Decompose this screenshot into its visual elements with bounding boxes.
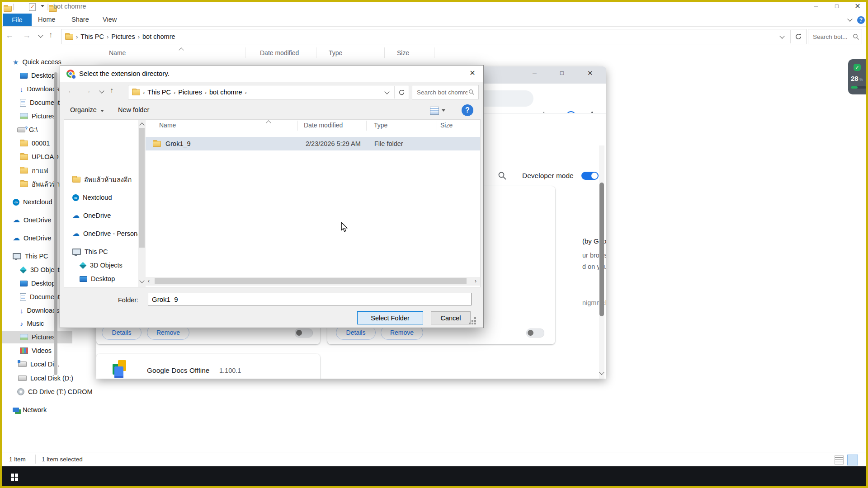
dialog-column-divider[interactable]: [297, 121, 298, 131]
explorer-search-input[interactable]: [812, 33, 853, 41]
column-divider[interactable]: [245, 47, 245, 58]
extension-toggle-off-knob[interactable]: [296, 330, 302, 336]
sidebar-item-music[interactable]: ♪Music: [20, 318, 44, 329]
column-date-modified[interactable]: Date modified: [260, 49, 299, 56]
address-dropdown-chevron-icon[interactable]: [779, 33, 784, 38]
dialog-column-size[interactable]: Size: [440, 122, 453, 129]
sidebar-item-cd-drive[interactable]: CD Drive (T:) CDROM: [17, 386, 93, 397]
dialog-crumb-this-pc[interactable]: This PC: [147, 89, 171, 96]
dialog-close-button[interactable]: ✕: [465, 69, 480, 80]
forward-icon[interactable]: →: [23, 31, 31, 40]
folder-name-input[interactable]: [148, 293, 472, 305]
chrome-close-button[interactable]: ✕: [587, 69, 593, 77]
column-divider[interactable]: [434, 47, 434, 58]
crumb-pictures[interactable]: Pictures: [111, 33, 135, 40]
tab-share[interactable]: Share: [71, 16, 89, 23]
dialog-search-box[interactable]: [412, 85, 479, 99]
sidebar-item-local-disk-d[interactable]: Local Disk (D:): [18, 373, 73, 384]
sidebar-scrollbar[interactable]: [54, 72, 57, 375]
sidebar-item-pictures[interactable]: Pictures: [20, 111, 55, 122]
dialog-column-date[interactable]: Date modified: [304, 122, 343, 129]
address-box[interactable]: › This PC › Pictures › bot chomre: [61, 29, 807, 44]
dialog-search-icon[interactable]: [468, 89, 475, 95]
developer-mode-toggle-knob[interactable]: [591, 173, 598, 179]
sidebar-item-onedrive-2[interactable]: ☁OneDrive: [13, 233, 51, 244]
qat-properties-icon[interactable]: [29, 3, 36, 11]
dialog-crumb-pictures[interactable]: Pictures: [178, 89, 202, 96]
view-mode-chevron-icon[interactable]: [442, 109, 445, 112]
up-icon[interactable]: ↑: [49, 31, 53, 40]
dialog-up-icon[interactable]: ↑: [110, 86, 113, 94]
list-hscrollbar-thumb[interactable]: [155, 278, 467, 284]
crumb-this-pc[interactable]: This PC: [80, 33, 104, 40]
dialog-column-divider[interactable]: [437, 121, 437, 131]
extensions-search-icon[interactable]: [498, 171, 507, 180]
sidebar-item-network[interactable]: Network: [13, 404, 47, 415]
ribbon-expand-chevron-icon[interactable]: [847, 16, 852, 21]
tree-item-nextcloud[interactable]: Nextcloud: [72, 192, 112, 203]
view-thumbnails-button-icon[interactable]: [847, 455, 858, 465]
hscroll-left-icon[interactable]: ‹: [148, 278, 150, 284]
help-icon[interactable]: ?: [857, 16, 865, 24]
sidebar-item-g-drive[interactable]: G:\: [17, 124, 38, 135]
tree-item-thai-folder[interactable]: อัพแล้วห้ามลงอีก: [72, 174, 132, 185]
sidebar-item-onedrive[interactable]: ☁OneDrive: [13, 215, 51, 225]
column-name[interactable]: Name: [109, 49, 126, 56]
sidebar-item-nextcloud[interactable]: Nextcloud: [13, 197, 52, 207]
close-button[interactable]: ✕: [847, 0, 868, 14]
sidebar-item-coffee[interactable]: กาแฟ: [20, 165, 48, 176]
cancel-button[interactable]: Cancel: [431, 311, 471, 324]
chrome-maximize-button[interactable]: □: [560, 70, 564, 76]
qat-customize-chevron-icon[interactable]: [41, 5, 44, 7]
dialog-column-divider[interactable]: [366, 121, 367, 131]
extension-toggle-off-knob[interactable]: [528, 330, 533, 336]
security-widget[interactable]: ✓ 28%: [848, 59, 868, 94]
sidebar-item-this-pc[interactable]: This PC: [13, 251, 48, 262]
sidebar-item-00001[interactable]: 00001: [20, 138, 50, 149]
tree-scrollbar-thumb[interactable]: [139, 128, 145, 248]
chrome-minimize-button[interactable]: –: [533, 69, 537, 77]
tab-file[interactable]: File: [3, 14, 32, 26]
minimize-button[interactable]: –: [806, 0, 826, 14]
dialog-column-type[interactable]: Type: [374, 122, 387, 129]
new-folder-button[interactable]: New folder: [118, 106, 149, 113]
sidebar-item-upload[interactable]: UPLOAD: [20, 151, 59, 162]
column-size[interactable]: Size: [397, 49, 409, 56]
select-folder-button[interactable]: Select Folder: [357, 311, 423, 324]
tab-view[interactable]: View: [103, 16, 117, 23]
dialog-forward-icon[interactable]: →: [84, 86, 91, 95]
column-type[interactable]: Type: [329, 49, 342, 56]
tab-home[interactable]: Home: [38, 16, 56, 23]
sidebar-item-quick-access[interactable]: ★Quick access: [13, 56, 61, 67]
start-button-icon[interactable]: [11, 474, 14, 477]
crumb-bot-chomre[interactable]: bot chomre: [142, 33, 175, 40]
organize-button[interactable]: Organize: [70, 106, 104, 113]
column-divider[interactable]: [316, 47, 316, 58]
dialog-address-box[interactable]: › This PC › Pictures › bot chomre ›: [128, 85, 409, 99]
explorer-titlebar[interactable]: | | bot chomre – □ ✕: [0, 0, 868, 14]
explorer-search-box[interactable]: [808, 29, 862, 44]
dialog-refresh-icon[interactable]: [398, 89, 405, 96]
dialog-recent-chevron-icon[interactable]: [99, 88, 104, 93]
sidebar-item-desktop[interactable]: Desktop: [20, 70, 55, 81]
tree-item-onedrive-personal[interactable]: ☁OneDrive - Personal: [72, 228, 138, 239]
refresh-icon[interactable]: [795, 33, 802, 40]
recent-locations-chevron-icon[interactable]: [38, 33, 43, 38]
dialog-back-icon[interactable]: ←: [67, 86, 75, 95]
tree-item-this-pc[interactable]: This PC: [72, 246, 108, 257]
maximize-button[interactable]: □: [826, 0, 847, 14]
column-divider[interactable]: [384, 47, 385, 58]
chrome-scrollbar-thumb[interactable]: [599, 183, 604, 316]
tree-item-onedrive[interactable]: ☁OneDrive: [72, 210, 111, 221]
dialog-address-chevron-icon[interactable]: [384, 89, 389, 94]
sidebar-item-local-disk-c[interactable]: Local Di...: [18, 359, 59, 370]
sidebar-item-pictures-2[interactable]: Pictures: [20, 332, 55, 343]
file-row-grok1-9[interactable]: Grok1_9 2/23/2026 5:29 AM File folder: [146, 137, 480, 150]
tree-item-desktop[interactable]: Desktop: [80, 273, 115, 284]
dialog-help-icon[interactable]: ?: [462, 104, 473, 116]
tree-item-3d-objects[interactable]: 3D Objects: [80, 260, 123, 271]
view-mode-icon[interactable]: [430, 107, 439, 115]
dialog-crumb-bot-chomre[interactable]: bot chomre: [209, 89, 242, 96]
search-icon[interactable]: [853, 33, 859, 40]
sidebar-item-videos[interactable]: Videos: [20, 345, 52, 356]
